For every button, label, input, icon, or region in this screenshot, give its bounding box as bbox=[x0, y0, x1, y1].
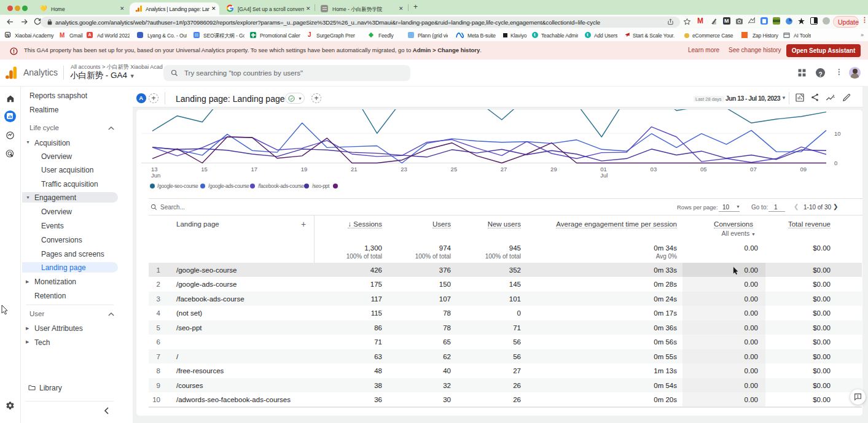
svg-text:10: 10 bbox=[834, 130, 841, 137]
